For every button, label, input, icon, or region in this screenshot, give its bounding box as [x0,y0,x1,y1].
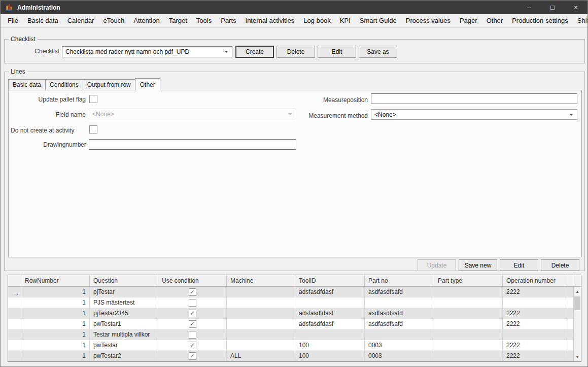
cell-part-no[interactable] [365,297,434,308]
use-condition-checkbox[interactable]: ✓ [189,310,196,317]
menu-item-shift-handover[interactable]: Shift handover [573,14,588,27]
column-header-part-no[interactable]: Part no [365,275,434,286]
cell-rownumber[interactable]: 1 [21,308,90,318]
use-condition-checkbox[interactable]: ✓ [189,352,196,360]
menu-item-file[interactable]: File [3,14,23,27]
table-row[interactable]: 1Testar multipla villkor [8,329,581,340]
cell-operation-number[interactable]: 2222 [503,340,568,350]
cell-part-no[interactable]: asdfasdfsafd [365,287,434,297]
cell-part-type[interactable] [434,351,503,361]
menu-item-parts[interactable]: Parts [216,14,240,27]
checklist-combobox[interactable]: Checklista med rader nytt namn och pdf_U… [62,46,232,57]
edit-button[interactable]: Edit [500,259,538,271]
menu-item-etouch[interactable]: eTouch [98,14,129,27]
column-header-part-type[interactable]: Part type [434,275,503,286]
cell-operation-number[interactable] [503,297,568,308]
scroll-down-icon[interactable]: ▼ [574,352,581,361]
cell-question[interactable]: pjTestar [90,287,158,297]
scrollbar-thumb[interactable] [574,296,580,310]
table-row[interactable]: 1pwTestar2✓ALL10000032222 [8,351,581,361]
minimize-icon[interactable]: – [517,1,541,14]
cell-operation-number[interactable]: 2222 [503,287,568,297]
measureposition-input[interactable] [371,93,577,104]
cell-use-condition[interactable] [158,297,227,308]
menu-item-target[interactable]: Target [164,14,192,27]
cell-operation-number[interactable]: 2222 [503,319,568,329]
table-row[interactable]: 1pwTestar✓10000032222 [8,340,581,351]
table-row[interactable]: →1pjTestar✓adsfasdfdasfasdfasdfsafd2222 [8,287,581,297]
cell-machine[interactable] [227,340,295,350]
menu-item-attention[interactable]: Attention [129,14,164,27]
use-condition-checkbox[interactable]: ✓ [189,320,196,328]
cell-rownumber[interactable]: 1 [21,319,90,329]
close-icon[interactable]: × [564,1,587,14]
grid-vertical-scrollbar[interactable]: ▲ ▼ [573,287,581,361]
cell-toolid[interactable]: adsfasdfdasf [295,287,365,297]
edit-button[interactable]: Edit [318,46,356,58]
tab-other[interactable]: Other [135,78,160,90]
cell-rownumber[interactable]: 1 [21,340,90,350]
cell-toolid[interactable]: 100 [295,340,365,350]
column-header-question[interactable]: Question [90,275,158,286]
cell-machine[interactable] [227,308,295,318]
cell-machine[interactable] [227,329,295,340]
menu-item-process-values[interactable]: Process values [401,14,455,27]
use-condition-checkbox[interactable]: ✓ [189,288,196,296]
cell-question[interactable]: PJS mästertest [90,297,158,308]
column-header-operation-number[interactable]: Operation number [503,275,568,286]
cell-toolid[interactable]: adsfasdfdasf [295,319,365,329]
menu-item-other[interactable]: Other [482,14,508,27]
cell-operation-number[interactable]: 2222 [503,308,568,318]
tab-basic-data[interactable]: Basic data [8,79,46,90]
cell-part-no[interactable]: asdfasdfsafd [365,319,434,329]
cell-question[interactable]: pwTestar2 [90,351,158,361]
cell-machine[interactable]: ALL [227,351,295,361]
cell-rownumber[interactable]: 1 [21,297,90,308]
table-row[interactable]: 1pwTestar1✓adsfasdfdasfasdfasdfsafd2222 [8,319,581,329]
cell-use-condition[interactable]: ✓ [158,351,227,361]
update-button[interactable]: Update [418,259,456,271]
cell-question[interactable]: Testar multipla villkor [90,329,158,340]
cell-operation-number[interactable]: 2222 [503,351,568,361]
cell-part-no[interactable]: 0003 [365,351,434,361]
cell-part-type[interactable] [434,297,503,308]
delete-button[interactable]: Delete [276,46,315,58]
cell-use-condition[interactable]: ✓ [158,308,227,318]
column-header-rownumber[interactable]: RowNumber [21,275,90,286]
cell-part-no[interactable] [365,329,434,340]
tab-output-from-row[interactable]: Output from row [83,79,135,90]
use-condition-checkbox[interactable] [189,299,196,307]
column-header-toolid[interactable]: ToolID [295,275,365,286]
drawingnumber-input[interactable] [89,139,296,150]
cell-rownumber[interactable]: 1 [21,287,90,297]
menu-item-tools[interactable]: Tools [192,14,216,27]
table-row[interactable]: 1pjTestar2345✓adsfasdfdasfasdfasdfsafd22… [8,308,581,319]
cell-question[interactable]: pwTestar [90,340,158,350]
menu-item-pager[interactable]: Pager [455,14,482,27]
use-condition-checkbox[interactable]: ✓ [189,342,196,349]
column-header-use-condition[interactable]: Use condition [158,275,227,286]
save-new-button[interactable]: Save new [459,259,497,271]
menu-item-kpi[interactable]: KPI [335,14,355,27]
cell-use-condition[interactable] [158,329,227,340]
menu-item-internal-activities[interactable]: Internal activities [241,14,299,27]
do-not-create-at-activity-checkbox[interactable] [89,125,97,134]
cell-toolid[interactable]: adsfasdfdasf [295,308,365,318]
column-header-machine[interactable]: Machine [227,275,295,286]
menu-item-log-book[interactable]: Log book [299,14,335,27]
cell-machine[interactable] [227,287,295,297]
cell-question[interactable]: pwTestar1 [90,319,158,329]
save-as-button[interactable]: Save as [359,46,397,58]
create-button[interactable]: Create [235,46,274,58]
cell-toolid[interactable] [295,297,365,308]
menu-item-smart-guide[interactable]: Smart Guide [355,14,401,27]
cell-question[interactable]: pjTestar2345 [90,308,158,318]
cell-part-type[interactable] [434,319,503,329]
cell-rownumber[interactable]: 1 [21,351,90,361]
tab-conditions[interactable]: Conditions [45,79,83,90]
table-row[interactable]: 1PJS mästertest [8,297,581,308]
cell-part-type[interactable] [434,308,503,318]
cell-use-condition[interactable]: ✓ [158,340,227,350]
cell-part-no[interactable]: asdfasdfsafd [365,308,434,318]
measurement-method-combobox[interactable]: <None> [371,109,577,120]
